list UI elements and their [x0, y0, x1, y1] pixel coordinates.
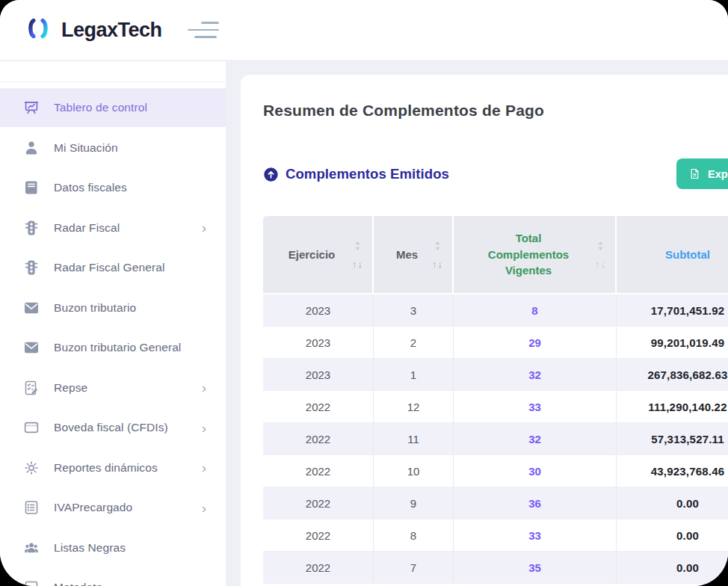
cell-ejercicio: 2023: [263, 359, 374, 391]
sidebar-item-label: Buzon tributario: [54, 301, 136, 315]
chevron-right-icon: ›: [202, 460, 206, 475]
cell-subtotal: 43,923,768.46: [617, 455, 728, 487]
table-header-row: Ejercicio↑↓Mes↑↓Total Complementos Vigen…: [263, 216, 728, 294]
menu-line: [194, 36, 217, 38]
table-body: 20233817,701,451.92202322999,201,019.492…: [263, 294, 728, 584]
table-row: 20233817,701,451.92: [263, 294, 728, 327]
sidebar-item-mi-situacion[interactable]: Mi Situación: [0, 129, 226, 167]
sidebar-item-reportes-dinamicos[interactable]: Reportes dinámicos›: [0, 448, 226, 487]
person-icon: [22, 139, 40, 157]
sidebar-item-label: Radar Fiscal: [54, 221, 120, 235]
legaxtech-logo: LegaxTech: [22, 14, 162, 46]
sidebar-item-label: Metadata: [54, 581, 102, 586]
sidebar-item-listas-negras[interactable]: Listas Negras: [0, 528, 226, 567]
section-header-row: Complementos Emitidos Exportar: [263, 158, 728, 190]
traffic-light-icon: [22, 259, 40, 277]
export-button-label: Exportar: [708, 168, 728, 180]
sidebar-nav: Tablero de controlMi SituaciónDatos fisc…: [0, 82, 226, 586]
cell-subtotal: 17,701,451.92: [617, 294, 728, 327]
arrow-up-circle-icon: [263, 167, 279, 182]
sidebar-item-buzon-tributario[interactable]: Buzon tributario: [0, 289, 226, 327]
cell-mes: 10: [374, 455, 454, 487]
presentation-chart-icon: [22, 99, 40, 117]
cell-subtotal: 267,836,682.63: [617, 359, 728, 391]
sidebar-item-label: IVAPrecargado: [54, 501, 132, 514]
app-window: LegaxTech Tablero de controlMi Situación…: [0, 0, 728, 586]
sort-arrows-icon[interactable]: ↑↓: [352, 258, 363, 269]
sort-control[interactable]: ↑↓: [432, 240, 443, 269]
chevron-right-icon: ›: [202, 380, 206, 395]
cell-subtotal: 99,201,019.49: [617, 327, 728, 359]
cell-mes: 1: [374, 359, 454, 391]
sidebar-item-ivaprecargado[interactable]: IVAPrecargado›: [0, 488, 226, 527]
sidebar-item-label: Repse: [54, 381, 87, 395]
topbar: LegaxTech: [0, 0, 728, 61]
envelope-icon: [22, 339, 40, 357]
cell-ejercicio: 2022: [263, 391, 374, 423]
cell-total: 32: [454, 423, 617, 455]
cell-total: 30: [454, 455, 617, 487]
column-header-mes[interactable]: Mes↑↓: [374, 216, 454, 294]
cell-subtotal: 57,313,527.11: [617, 423, 728, 455]
column-header-total-complementos-vigentes[interactable]: Total Complementos Vigentes↑↓: [454, 216, 617, 294]
cell-subtotal: 0.00: [617, 552, 728, 584]
sort-control[interactable]: ↑↓: [352, 240, 363, 269]
chevron-right-icon: ›: [202, 581, 206, 586]
sort-arrows-icon[interactable]: ↑↓: [432, 258, 443, 269]
cell-mes: 8: [374, 519, 454, 552]
cell-total: 36: [454, 487, 617, 519]
traffic-light-icon: [22, 219, 40, 237]
cell-total: 33: [454, 391, 617, 423]
checklist-icon: [22, 379, 40, 397]
wallet-icon: [22, 419, 40, 437]
sidebar-item-radar-fiscal-general[interactable]: Radar Fiscal General: [0, 248, 226, 287]
table-row: 2022113257,313,527.11: [263, 423, 728, 455]
menu-line: [201, 22, 219, 24]
book-icon: [22, 179, 40, 197]
table-row: 2023132267,836,682.63: [263, 359, 728, 391]
table-head: Ejercicio↑↓Mes↑↓Total Complementos Vigen…: [263, 216, 728, 294]
envelope-icon: [22, 299, 40, 317]
cell-mes: 7: [374, 552, 454, 584]
column-header-ejercicio[interactable]: Ejercicio↑↓: [263, 216, 374, 294]
cell-subtotal: 111,290,140.22: [617, 391, 728, 423]
column-header-label: Total Complementos Vigentes: [470, 230, 599, 279]
cell-ejercicio: 2022: [263, 552, 374, 584]
menu-line: [188, 29, 219, 31]
export-button[interactable]: Exportar: [676, 158, 728, 189]
square-icon: [22, 579, 40, 586]
cell-subtotal: 0.00: [617, 487, 728, 519]
complementos-table-wrap: Ejercicio↑↓Mes↑↓Total Complementos Vigen…: [263, 216, 728, 584]
sidebar-item-repse[interactable]: Repse›: [0, 368, 226, 407]
cell-mes: 9: [374, 487, 454, 519]
cell-ejercicio: 2022: [263, 423, 374, 455]
section-title: Complementos Emitidos: [263, 166, 449, 182]
sidebar-item-radar-fiscal[interactable]: Radar Fiscal›: [0, 209, 226, 247]
table-row: 20229360.00: [263, 487, 728, 519]
chevron-right-icon: ›: [202, 421, 206, 435]
cell-total: 35: [454, 552, 617, 584]
menu-toggle-button[interactable]: [188, 20, 220, 40]
list-icon: [22, 499, 40, 516]
sidebar-item-tablero-de-control[interactable]: Tablero de control: [0, 88, 226, 127]
sidebar-item-label: Radar Fiscal General: [54, 261, 164, 274]
cell-ejercicio: 2022: [263, 519, 374, 552]
main-card: Resumen de Complementos de Pago Compleme…: [241, 75, 728, 586]
sidebar-item-buzon-tributario-general[interactable]: Buzon tributario General: [0, 328, 226, 367]
cell-ejercicio: 2022: [263, 455, 374, 487]
chevron-right-icon: ›: [202, 220, 206, 235]
section-label: Complementos Emitidos: [286, 166, 449, 182]
cell-ejercicio: 2022: [263, 487, 374, 519]
table-row: 20228330.00: [263, 519, 728, 552]
sort-arrows-icon[interactable]: ↑↓: [595, 258, 606, 269]
sidebar-item-datos-fiscales[interactable]: Datos fiscales: [0, 168, 226, 207]
sidebar-item-label: Reportes dinámicos: [54, 461, 158, 475]
sort-control[interactable]: ↑↓: [595, 240, 606, 269]
sidebar-item-label: Boveda fiscal (CFDIs): [54, 421, 168, 434]
table-row: 20227350.00: [263, 552, 728, 584]
sidebar-item-metadata[interactable]: Metadata›: [0, 568, 226, 586]
page-title: Resumen de Complementos de Pago: [263, 102, 728, 120]
excel-file-icon: [688, 167, 701, 180]
chevron-right-icon: ›: [202, 501, 206, 515]
sidebar-item-boveda-fiscal-cfdis[interactable]: Boveda fiscal (CFDIs)›: [0, 408, 226, 447]
